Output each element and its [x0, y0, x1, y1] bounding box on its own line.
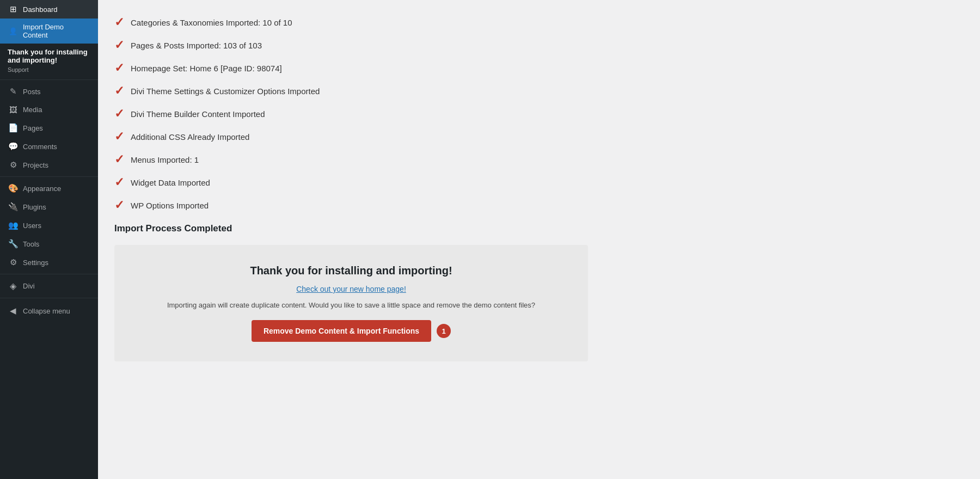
sidebar-label: Tools	[23, 240, 39, 248]
checkmark-icon: ✓	[114, 131, 124, 143]
import-item-text: Widget Data Imported	[131, 178, 210, 187]
checkmark-icon: ✓	[114, 153, 124, 165]
remove-demo-button[interactable]: Remove Demo Content & Import Functions	[252, 320, 431, 342]
import-item-divi-builder: ✓ Divi Theme Builder Content Imported	[114, 102, 964, 125]
tools-icon: 🔧	[8, 239, 19, 249]
dashboard-icon: ⊞	[8, 4, 19, 14]
import-item-wp-options: ✓ WP Options Imported	[114, 194, 964, 217]
easy-demo-import-label: Thank you for installing and importing!	[0, 44, 98, 65]
notification-badge: 1	[437, 324, 451, 338]
sidebar-item-settings[interactable]: ⚙ Settings	[0, 253, 98, 272]
sidebar-item-projects[interactable]: ⚙ Projects	[0, 156, 98, 174]
sidebar-item-pages[interactable]: 📄 Pages	[0, 119, 98, 137]
thank-you-title: Thank you for installing and importing!	[131, 265, 572, 277]
checkmark-icon: ✓	[114, 199, 124, 211]
collapse-menu-button[interactable]: ◀ Collapse menu	[0, 300, 98, 321]
checkmark-icon: ✓	[114, 108, 124, 120]
projects-icon: ⚙	[8, 160, 19, 170]
appearance-icon: 🎨	[8, 183, 19, 193]
checkmark-icon: ✓	[114, 39, 124, 51]
import-item-text: Homepage Set: Home 6 [Page ID: 98074]	[131, 64, 282, 73]
checkmark-icon: ✓	[114, 16, 124, 28]
comments-icon: 💬	[8, 142, 19, 151]
users-icon: 👥	[8, 220, 19, 230]
sidebar-label: Settings	[23, 259, 48, 267]
import-item-widget: ✓ Widget Data Imported	[114, 171, 964, 194]
sidebar-item-posts[interactable]: ✎ Posts	[0, 82, 98, 101]
sidebar-item-comments[interactable]: 💬 Comments	[0, 137, 98, 156]
media-icon: 🖼	[8, 105, 19, 114]
import-item-pages-posts: ✓ Pages & Posts Imported: 103 of 103	[114, 34, 964, 57]
import-item-divi-settings: ✓ Divi Theme Settings & Customizer Optio…	[114, 79, 964, 102]
import-item-text: Divi Theme Builder Content Imported	[131, 109, 265, 119]
import-item-text: Pages & Posts Imported: 103 of 103	[131, 41, 262, 50]
sidebar-item-label: Dashboard	[23, 5, 58, 14]
divi-icon: ◈	[8, 281, 19, 291]
sidebar-label: Media	[23, 106, 42, 114]
import-item-text: Additional CSS Already Imported	[131, 132, 249, 142]
sidebar-label: Divi	[23, 282, 35, 290]
sidebar-item-users[interactable]: 👥 Users	[0, 216, 98, 235]
settings-icon: ⚙	[8, 257, 19, 267]
import-item-text: Divi Theme Settings & Customizer Options…	[131, 87, 320, 96]
pages-icon: 📄	[8, 123, 19, 133]
sidebar-item-divi[interactable]: ◈ Divi	[0, 277, 98, 296]
plugins-icon: 🔌	[8, 202, 19, 212]
main-content: ✓ Categories & Taxonomies Imported: 10 o…	[98, 0, 980, 479]
sidebar: ⊞ Dashboard 👤 Import Demo Content Thank …	[0, 0, 98, 479]
sidebar-item-import-demo-content[interactable]: 👤 Import Demo Content	[0, 19, 98, 44]
sidebar-label: Pages	[23, 124, 43, 132]
sidebar-item-tools[interactable]: 🔧 Tools	[0, 235, 98, 253]
remove-btn-wrapper: Remove Demo Content & Import Functions 1	[252, 320, 451, 342]
sidebar-label: Comments	[23, 143, 57, 151]
checkmark-icon: ✓	[114, 85, 124, 97]
import-item-text: WP Options Imported	[131, 201, 209, 210]
collapse-label: Collapse menu	[23, 307, 70, 315]
checkmark-icon: ✓	[114, 176, 124, 188]
posts-icon: ✎	[8, 87, 19, 96]
import-item-text: Categories & Taxonomies Imported: 10 of …	[131, 18, 292, 27]
sidebar-item-media[interactable]: 🖼 Media	[0, 101, 98, 119]
sidebar-label: Projects	[23, 161, 48, 169]
duplicate-warning: Importing again will create duplicate co…	[131, 301, 572, 309]
home-page-link[interactable]: Check out your new home page!	[131, 285, 572, 293]
support-link[interactable]: Support	[0, 65, 98, 77]
import-item-homepage: ✓ Homepage Set: Home 6 [Page ID: 98074]	[114, 57, 964, 79]
import-completed-title: Import Process Completed	[114, 223, 964, 234]
checkmark-icon: ✓	[114, 62, 124, 74]
import-item-text: Menus Imported: 1	[131, 155, 199, 164]
sidebar-label: Users	[23, 222, 41, 230]
sidebar-label: Appearance	[23, 185, 61, 193]
collapse-icon: ◀	[8, 306, 19, 316]
sidebar-item-appearance[interactable]: 🎨 Appearance	[0, 179, 98, 198]
import-item-css: ✓ Additional CSS Already Imported	[114, 125, 964, 148]
import-items-list: ✓ Categories & Taxonomies Imported: 10 o…	[114, 11, 964, 217]
sidebar-label: Plugins	[23, 203, 46, 211]
sidebar-label: Posts	[23, 88, 41, 96]
sidebar-item-label: Import Demo Content	[23, 23, 90, 39]
thank-you-box: Thank you for installing and importing! …	[114, 245, 588, 361]
sidebar-item-dashboard[interactable]: ⊞ Dashboard	[0, 0, 98, 19]
import-item-menus: ✓ Menus Imported: 1	[114, 148, 964, 171]
import-demo-icon: 👤	[8, 27, 19, 35]
import-item-categories: ✓ Categories & Taxonomies Imported: 10 o…	[114, 11, 964, 34]
sidebar-item-plugins[interactable]: 🔌 Plugins	[0, 198, 98, 216]
